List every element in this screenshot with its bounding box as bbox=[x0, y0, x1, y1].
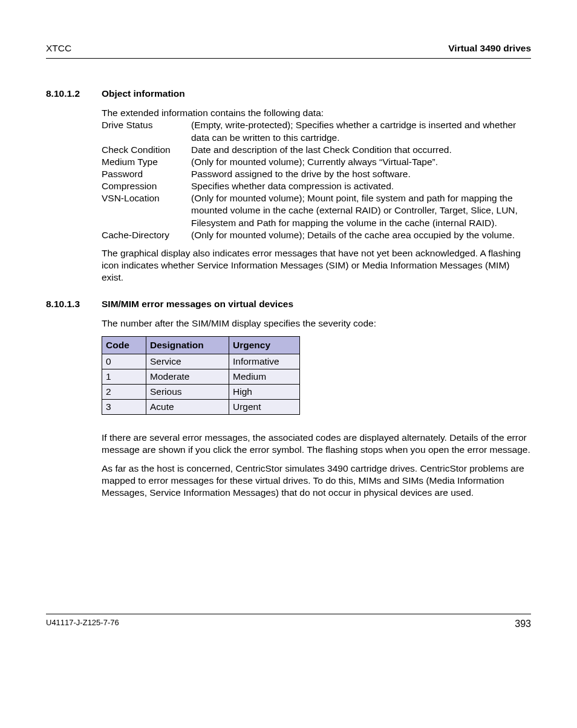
page-footer: U41117-J-Z125-7-76 393 bbox=[46, 614, 531, 631]
section-2-p1: If there are several error messages, the… bbox=[102, 432, 531, 456]
def-row: Password Password assigned to the drive … bbox=[102, 168, 531, 180]
header-right: Virtual 3490 drives bbox=[448, 42, 531, 54]
section-heading-2: 8.10.1.3 SIM/MIM error messages on virtu… bbox=[46, 298, 531, 310]
section-2-intro: The number after the SIM/MIM display spe… bbox=[102, 317, 531, 330]
section-heading-1: 8.10.1.2 Object information bbox=[46, 88, 531, 100]
cell-code: 2 bbox=[102, 384, 146, 399]
footer-left: U41117-J-Z125-7-76 bbox=[46, 618, 119, 631]
table-row: 3 Acute Urgent bbox=[102, 400, 300, 415]
table-row: 2 Serious High bbox=[102, 384, 300, 399]
section-2-p2: As far as the host is concerned, Centric… bbox=[102, 463, 531, 499]
def-row: Drive Status (Empty, write-protected); S… bbox=[102, 119, 531, 143]
def-row: Compression Specifies whether data compr… bbox=[102, 180, 531, 192]
section-title: SIM/MIM error messages on virtual device… bbox=[102, 298, 293, 310]
page-header: XTCC Virtual 3490 drives bbox=[46, 42, 531, 59]
cell-code: 0 bbox=[102, 354, 146, 369]
def-desc: (Empty, write-protected); Specifies whet… bbox=[191, 119, 531, 143]
def-term: Password bbox=[102, 168, 191, 180]
def-term: Check Condition bbox=[102, 144, 191, 156]
section-2-body: The number after the SIM/MIM display spe… bbox=[102, 317, 531, 499]
def-desc: Specifies whether data compression is ac… bbox=[191, 180, 531, 192]
table-row: 0 Service Informative bbox=[102, 354, 300, 369]
cell-code: 1 bbox=[102, 369, 146, 384]
cell-designation: Acute bbox=[146, 400, 229, 415]
cell-designation: Service bbox=[146, 354, 229, 369]
th-designation: Designation bbox=[146, 336, 229, 354]
def-desc: Date and description of the last Check C… bbox=[191, 144, 531, 156]
def-row: Check Condition Date and description of … bbox=[102, 144, 531, 156]
cell-urgency: High bbox=[229, 384, 300, 399]
def-desc: Password assigned to the drive by the ho… bbox=[191, 168, 531, 180]
def-row: Medium Type (Only for mounted volume); C… bbox=[102, 156, 531, 168]
table-header-row: Code Designation Urgency bbox=[102, 336, 300, 354]
cell-designation: Moderate bbox=[146, 369, 229, 384]
section-1-trailer: The graphical display also indicates err… bbox=[102, 247, 531, 284]
header-left: XTCC bbox=[46, 42, 71, 54]
def-desc: (Only for mounted volume); Mount point, … bbox=[191, 192, 531, 229]
def-term: Compression bbox=[102, 180, 191, 192]
severity-table: Code Designation Urgency 0 Service Infor… bbox=[102, 336, 300, 415]
section-number: 8.10.1.2 bbox=[46, 88, 102, 100]
def-row: VSN-Location (Only for mounted volume); … bbox=[102, 192, 531, 229]
section-1-intro: The extended information contains the fo… bbox=[102, 107, 531, 119]
th-code: Code bbox=[102, 336, 146, 354]
def-desc: (Only for mounted volume); Details of th… bbox=[191, 229, 531, 241]
footer-page-number: 393 bbox=[515, 618, 531, 631]
def-term: VSN-Location bbox=[102, 192, 191, 229]
def-row: Cache-Directory (Only for mounted volume… bbox=[102, 229, 531, 241]
cell-designation: Serious bbox=[146, 384, 229, 399]
definition-list: Drive Status (Empty, write-protected); S… bbox=[102, 119, 531, 241]
cell-urgency: Medium bbox=[229, 369, 300, 384]
def-term: Medium Type bbox=[102, 156, 191, 168]
section-1-body: The extended information contains the fo… bbox=[102, 107, 531, 284]
section-number: 8.10.1.3 bbox=[46, 298, 102, 310]
cell-urgency: Urgent bbox=[229, 400, 300, 415]
cell-code: 3 bbox=[102, 400, 146, 415]
def-desc: (Only for mounted volume); Currently alw… bbox=[191, 156, 531, 168]
section-title: Object information bbox=[102, 88, 185, 100]
th-urgency: Urgency bbox=[229, 336, 300, 354]
def-term: Drive Status bbox=[102, 119, 191, 143]
table-row: 1 Moderate Medium bbox=[102, 369, 300, 384]
def-term: Cache-Directory bbox=[102, 229, 191, 241]
cell-urgency: Informative bbox=[229, 354, 300, 369]
